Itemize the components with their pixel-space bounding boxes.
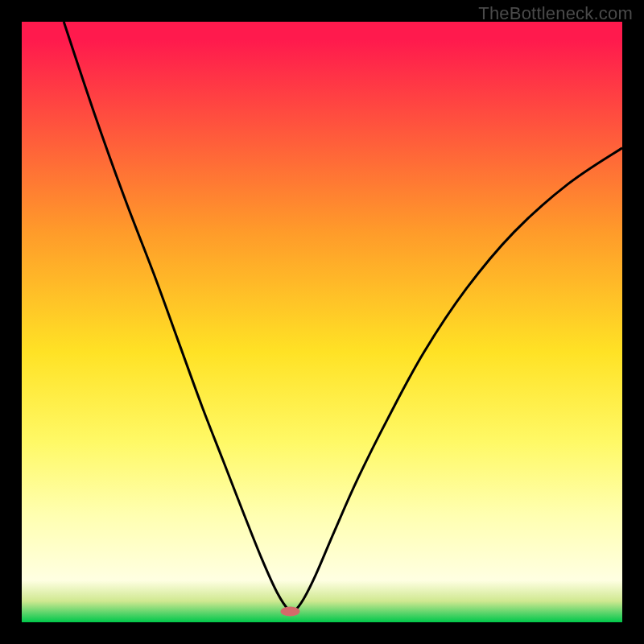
chart-container: TheBottleneck.com xyxy=(0,0,644,644)
plot-area xyxy=(22,22,622,622)
watermark-text: TheBottleneck.com xyxy=(478,3,633,24)
bottleneck-chart xyxy=(0,0,644,644)
minimum-marker xyxy=(281,607,300,617)
